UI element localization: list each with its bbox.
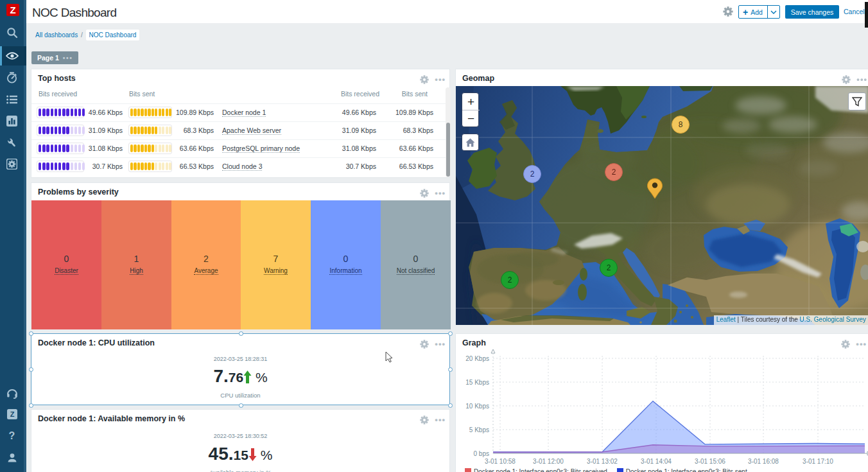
svg-text:Z: Z (10, 410, 14, 418)
